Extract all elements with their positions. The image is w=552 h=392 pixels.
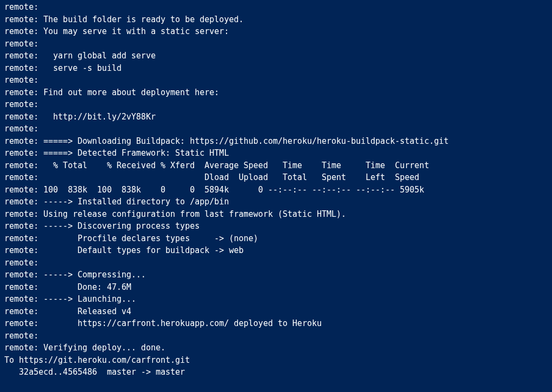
terminal-line: remote: 100 838k 100 838k 0 0 5894k 0 --… xyxy=(4,184,548,196)
terminal-line: remote: Using release configuration from… xyxy=(4,208,548,221)
terminal-line: remote: Procfile declares types -> (none… xyxy=(4,232,548,245)
terminal-line: remote: xyxy=(4,38,548,50)
terminal-line: remote: =====> Detected Framework: Stati… xyxy=(4,147,548,160)
terminal-line: remote: Verifying deploy... done. xyxy=(4,342,548,354)
terminal-line: remote: xyxy=(4,257,548,269)
terminal-line: remote: -----> Installed directory to /a… xyxy=(4,196,548,208)
terminal-line: remote: Default types for buildpack -> w… xyxy=(4,244,548,257)
terminal-line: remote: yarn global add serve xyxy=(4,50,548,62)
terminal-line: remote: -----> Launching... xyxy=(4,293,548,305)
terminal-line: remote: xyxy=(4,1,548,14)
terminal-line: remote: You may serve it with a static s… xyxy=(4,25,548,38)
terminal-line: remote: xyxy=(4,123,548,135)
terminal-line: remote: https://carfront.herokuapp.com/ … xyxy=(4,317,548,330)
terminal-line: remote: xyxy=(4,98,548,111)
terminal-line: 32a5ecd..4565486 master -> master xyxy=(4,366,548,378)
terminal-line: remote: xyxy=(4,330,548,342)
terminal-line: remote: serve -s build xyxy=(4,62,548,75)
terminal-line: remote: Find out more about deployment h… xyxy=(4,87,548,99)
terminal-line: remote: -----> Compressing... xyxy=(4,269,548,281)
terminal-line: remote: Done: 47.6M xyxy=(4,281,548,294)
terminal-line: remote: http://bit.ly/2vY88Kr xyxy=(4,111,548,123)
terminal-line: remote: % Total % Received % Xferd Avera… xyxy=(4,160,548,172)
terminal-line: remote: =====> Downloading Buildpack: ht… xyxy=(4,135,548,148)
terminal-output: remote:remote: The build folder is ready… xyxy=(0,0,552,380)
terminal-line: remote: -----> Discovering process types xyxy=(4,220,548,232)
terminal-line: To https://git.heroku.com/carfront.git xyxy=(4,354,548,367)
terminal-line: remote: Released v4 xyxy=(4,305,548,318)
terminal-line: remote: The build folder is ready to be … xyxy=(4,14,548,26)
terminal-line: remote: xyxy=(4,74,548,87)
terminal-line: remote: Dload Upload Total Spent Left Sp… xyxy=(4,171,548,184)
